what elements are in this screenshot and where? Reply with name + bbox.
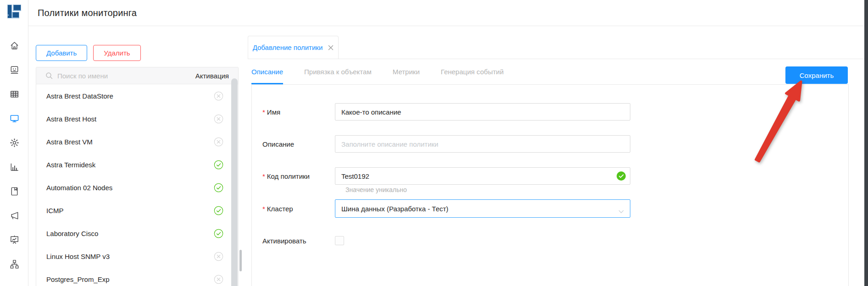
description-form-card: *Имя Описание *Код политики: [251, 84, 849, 286]
topology-sitemap-icon[interactable]: [9, 259, 20, 270]
status-active-icon[interactable]: [214, 160, 223, 170]
policies-panel: Добавить Удалить Активация Astra Brest D…: [36, 41, 239, 286]
subtab-4[interactable]: Генерация событий: [441, 59, 504, 84]
name-field[interactable]: [335, 103, 630, 121]
save-button[interactable]: Сохранить: [785, 66, 848, 84]
add-button[interactable]: Добавить: [36, 45, 87, 61]
main-area: Добавление политики ОписаниеПривязка к о…: [248, 36, 864, 286]
screen-right-edge: [864, 0, 868, 286]
required-asterisk: *: [262, 205, 265, 213]
policy-row[interactable]: Astra Brest Host: [36, 107, 238, 130]
subtabs: ОписаниеПривязка к объектамМетрикиГенера…: [251, 59, 504, 84]
chevron-down-icon: [618, 207, 624, 215]
app-logo-icon[interactable]: [6, 4, 22, 19]
policy-name: Astra Termidesk: [46, 161, 95, 169]
status-inactive-icon[interactable]: [214, 275, 223, 284]
delete-button[interactable]: Удалить: [93, 45, 140, 61]
subtab-1[interactable]: Описание: [251, 59, 283, 84]
tab-add-policy-label: Добавление политики: [253, 44, 323, 51]
description-field[interactable]: [335, 135, 630, 153]
search-icon: [45, 72, 53, 79]
cluster-select[interactable]: Шина данных (Разработка - Тест): [335, 199, 630, 218]
console-face-icon[interactable]: [9, 65, 20, 75]
activate-label: Активировать: [262, 237, 335, 245]
policy-row[interactable]: Astra Brest VM: [36, 130, 238, 153]
settings-gear-icon[interactable]: [9, 138, 20, 148]
required-asterisk: *: [262, 108, 265, 116]
code-helper-text: Значение уникально: [345, 186, 407, 193]
policy-name: Astra Brest DataStore: [46, 92, 113, 100]
close-tab-icon[interactable]: [328, 45, 334, 50]
bar-chart-icon[interactable]: [9, 162, 20, 172]
form-row-name: *Имя: [262, 103, 630, 121]
page-title: Политики мониторинга: [38, 8, 137, 18]
policy-row[interactable]: Laboratory Cisco: [36, 222, 238, 245]
policy-row[interactable]: Automation 02 Nodes: [36, 176, 238, 199]
announcements-megaphone-icon[interactable]: [9, 210, 20, 221]
required-asterisk: *: [262, 172, 265, 180]
status-inactive-icon[interactable]: [214, 252, 223, 261]
form-row-activate: Активировать: [262, 236, 344, 245]
list-scrollbar-thumb[interactable]: [231, 78, 238, 286]
policy-name: Postgres_Prom_Exp: [46, 275, 110, 283]
policy-row[interactable]: Postgres_Prom_Exp: [36, 268, 238, 286]
subtab-2[interactable]: Привязка к объектам: [304, 59, 372, 84]
description-label: Описание: [262, 140, 335, 148]
policy-name: Astra Brest VM: [46, 138, 93, 146]
name-label: *Имя: [262, 108, 335, 116]
journal-book-icon[interactable]: [9, 186, 20, 197]
list-header-row: Активация: [36, 67, 238, 84]
search-input[interactable]: [57, 72, 154, 80]
monitors-icon[interactable]: [9, 113, 20, 124]
policy-name: Astra Brest Host: [46, 115, 96, 123]
policy-row[interactable]: Linux Host SNMP v3: [36, 245, 238, 268]
status-active-icon[interactable]: [214, 229, 223, 238]
valid-check-icon: [617, 171, 626, 181]
cluster-label: *Кластер: [262, 205, 335, 213]
icon-sidebar: [0, 0, 28, 286]
form-row-description: Описание: [262, 135, 630, 153]
policy-row[interactable]: ICMP: [36, 199, 238, 222]
policy-name: Laboratory Cisco: [46, 230, 98, 237]
activate-checkbox[interactable]: [335, 236, 344, 245]
presentation-chart-icon[interactable]: [9, 235, 20, 245]
policy-list-rows: Astra Brest DataStoreAstra Brest HostAst…: [36, 84, 238, 286]
status-inactive-icon[interactable]: [214, 137, 223, 147]
form-row-code: *Код политики: [262, 167, 630, 185]
policies-list: Активация Astra Brest DataStoreAstra Bre…: [36, 67, 239, 286]
app-screen: Политики мониторинга Добавить Удалить Ак…: [0, 0, 868, 286]
policy-name: Linux Host SNMP v3: [46, 253, 110, 260]
app-header: Политики мониторинга: [28, 0, 864, 26]
form-row-cluster: *Кластер Шина данных (Разработка - Тест): [262, 199, 630, 218]
table-icon[interactable]: [9, 89, 20, 99]
home-icon[interactable]: [9, 40, 20, 51]
cluster-select-value: Шина данных (Разработка - Тест): [341, 205, 448, 213]
policy-name: ICMP: [46, 207, 64, 214]
sidebar-nav: [0, 40, 28, 270]
subtab-3[interactable]: Метрики: [393, 59, 420, 84]
tab-add-policy[interactable]: Добавление политики: [248, 36, 339, 59]
status-active-icon[interactable]: [214, 206, 223, 215]
policy-row[interactable]: Astra Brest DataStore: [36, 84, 238, 107]
status-active-icon[interactable]: [214, 183, 223, 192]
panel-buttons: Добавить Удалить: [36, 45, 239, 61]
code-field[interactable]: [335, 167, 630, 185]
status-inactive-icon[interactable]: [214, 91, 223, 101]
status-inactive-icon[interactable]: [214, 114, 223, 124]
policy-name: Automation 02 Nodes: [46, 184, 112, 192]
code-label: *Код политики: [262, 172, 335, 180]
policy-row[interactable]: Astra Termidesk: [36, 153, 238, 176]
activation-column-header: Активация: [195, 72, 229, 80]
outer-scrollbar-thumb[interactable]: [239, 250, 242, 271]
